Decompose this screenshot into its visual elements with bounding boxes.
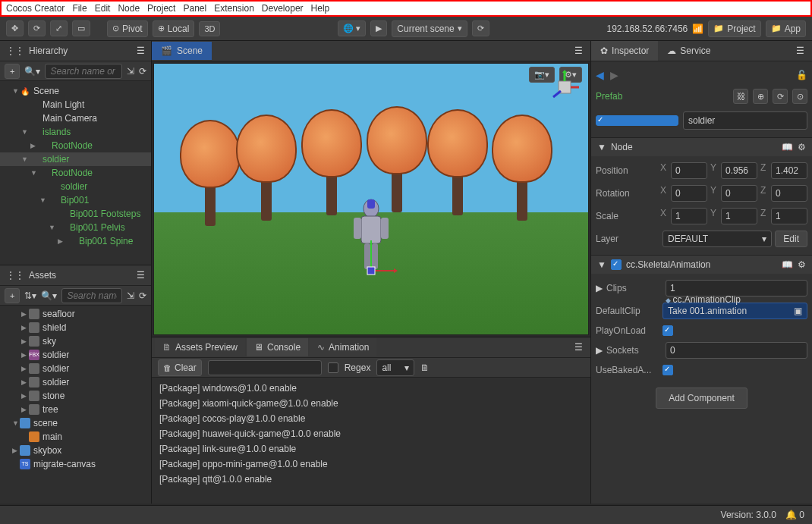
refresh-icon[interactable]: ⟳	[139, 290, 146, 301]
scene-tab[interactable]: 🎬 Scene	[152, 42, 212, 60]
help-icon[interactable]: 📖	[782, 142, 793, 152]
apply-icon[interactable]: ⊙	[792, 89, 807, 104]
console-filter[interactable]	[208, 360, 322, 375]
rect-tool-icon[interactable]: ▭	[72, 20, 90, 36]
menu-cocos-creator[interactable]: Cocos Creator	[6, 3, 65, 14]
collapse-icon[interactable]: ⇲	[127, 66, 134, 77]
add-component-button[interactable]: Add Component	[656, 388, 747, 409]
hierarchy-item[interactable]: ▼Bip001 Pelvis	[0, 221, 151, 234]
nav-back-icon[interactable]: ◀	[596, 69, 604, 81]
asset-item[interactable]: TSmigrate-canvas	[0, 457, 151, 471]
menu-file[interactable]: File	[72, 3, 87, 14]
inspector-menu-icon[interactable]: ☰	[788, 41, 812, 61]
playonload-checkbox[interactable]	[663, 325, 673, 336]
hierarchy-item[interactable]: ▶RootNode	[0, 139, 151, 152]
asset-item[interactable]: ▶soldier	[0, 362, 151, 375]
collapse-icon[interactable]: ⇲	[127, 290, 134, 301]
scene-panel-menu-icon[interactable]: ☰	[567, 45, 590, 56]
rotation-x[interactable]	[671, 185, 707, 202]
panel-grip-icon[interactable]: ⋮⋮	[6, 270, 24, 281]
hierarchy-item[interactable]: ▶Bip001 Spine	[0, 234, 151, 248]
scene-viewport[interactable]: 📷▾ ⚙▾	[153, 63, 589, 335]
position-x[interactable]	[671, 162, 707, 179]
menu-node[interactable]: Node	[118, 3, 140, 14]
rotate-tool-icon[interactable]: ⟳	[28, 20, 46, 36]
service-tab[interactable]: ☁ Service	[658, 41, 719, 61]
gear-icon[interactable]: ⚙	[798, 142, 806, 152]
unlink-icon[interactable]: ⛓	[733, 89, 748, 104]
position-y[interactable]	[721, 162, 757, 179]
asset-item[interactable]: main	[0, 430, 151, 444]
asset-item[interactable]: ▶sky	[0, 334, 151, 348]
asset-item[interactable]: ▶shield	[0, 321, 151, 334]
inspector-tab[interactable]: ✿ Inspector	[591, 41, 658, 61]
layer-select[interactable]: DEFAULT▾	[663, 231, 772, 247]
hierarchy-item[interactable]: Main Light	[0, 98, 151, 111]
hierarchy-item[interactable]: soldier	[0, 180, 151, 193]
node-name-input[interactable]	[683, 111, 807, 130]
local-button[interactable]: ⊕ Local	[153, 20, 195, 37]
hierarchy-item[interactable]: ▼islands	[0, 125, 151, 139]
hierarchy-item[interactable]: ▼🔥Scene	[0, 84, 151, 98]
menubar[interactable]: Cocos CreatorFileEditNodeProjectPanelExt…	[0, 0, 812, 17]
sort-icon[interactable]: ⇅▾	[24, 290, 36, 301]
pivot-button[interactable]: ⊙ Pivot	[107, 20, 148, 37]
defaultclip-field[interactable]: Take 001.animation▣	[663, 303, 807, 319]
rotation-z[interactable]	[771, 185, 807, 202]
hierarchy-item[interactable]: Bip001 Footsteps	[0, 207, 151, 221]
regex-checkbox[interactable]	[328, 362, 338, 373]
node-active-checkbox[interactable]	[596, 115, 678, 126]
assets-search[interactable]	[61, 288, 122, 303]
nav-forward-icon[interactable]: ▶	[610, 69, 618, 81]
soldier-model[interactable]	[345, 195, 398, 286]
refresh-icon[interactable]: ⟳	[139, 66, 146, 77]
asset-item[interactable]: ▼scene	[0, 416, 151, 430]
bottom-panel-menu-icon[interactable]: ☰	[567, 342, 590, 353]
hierarchy-item[interactable]: Main Camera	[0, 111, 151, 125]
position-z[interactable]	[771, 162, 807, 179]
assets-menu-icon[interactable]: ☰	[137, 270, 145, 281]
hierarchy-item[interactable]: ▼RootNode	[0, 166, 151, 180]
move-tool-icon[interactable]: ✥	[6, 20, 24, 36]
scale-x[interactable]	[671, 208, 707, 224]
asset-item[interactable]: ▶seafloor	[0, 307, 151, 321]
scale-tool-icon[interactable]: ⤢	[50, 20, 68, 36]
project-button[interactable]: 📁 Project	[708, 20, 760, 37]
assets-preview-tab[interactable]: 🗎 Assets Preview	[155, 338, 245, 356]
menu-developer[interactable]: Developer	[262, 3, 304, 14]
menu-project[interactable]: Project	[147, 3, 175, 14]
console-tab[interactable]: 🖥 Console	[247, 338, 308, 356]
lock-icon[interactable]: 🔓	[796, 70, 807, 80]
asset-item[interactable]: ▶stone	[0, 389, 151, 403]
revert-icon[interactable]: ⟳	[773, 89, 788, 104]
clear-button[interactable]: 🗑 Clear	[158, 359, 202, 376]
menu-panel[interactable]: Panel	[183, 3, 206, 14]
search-icon[interactable]: 🔍▾	[41, 290, 57, 301]
add-node-button[interactable]: +	[5, 64, 20, 79]
play-button[interactable]: ▶	[370, 20, 387, 36]
panel-grip-icon[interactable]: ⋮⋮	[6, 45, 24, 56]
app-button[interactable]: 📁 App	[766, 20, 806, 37]
log-level-select[interactable]: all▾	[376, 359, 414, 376]
hierarchy-tree[interactable]: ▼🔥SceneMain LightMain Camera▼islands▶Roo…	[0, 81, 151, 265]
hierarchy-menu-icon[interactable]: ☰	[137, 45, 145, 56]
hierarchy-item[interactable]: ▼soldier	[0, 152, 151, 166]
file-icon[interactable]: 🗎	[420, 362, 430, 373]
scale-z[interactable]	[771, 208, 807, 224]
refresh-button[interactable]: ⟳	[472, 20, 489, 36]
menu-extension[interactable]: Extension	[214, 3, 254, 14]
scene-select[interactable]: Current scene ▾	[392, 20, 467, 37]
menu-help[interactable]: Help	[311, 3, 330, 14]
console-output[interactable]: [Package] windows@1.0.0 enable[Package] …	[152, 378, 590, 504]
component-section-header[interactable]: ▼ cc.SkeletalAnimation 📖 ⚙	[591, 255, 812, 274]
asset-item[interactable]: ▶FBXsoldier	[0, 348, 151, 362]
rotation-y[interactable]	[721, 185, 757, 202]
hierarchy-item[interactable]: ▼Bip001	[0, 193, 151, 207]
globe-icon[interactable]: 🌐 ▾	[338, 20, 366, 36]
usebaked-checkbox[interactable]	[663, 365, 673, 375]
gear-icon[interactable]: ⚙	[798, 259, 806, 270]
notification-icon[interactable]: 🔔 0	[785, 510, 804, 520]
assets-tree[interactable]: ▶seafloor▶shield▶sky▶FBXsoldier▶soldier▶…	[0, 306, 151, 504]
scale-y[interactable]	[721, 208, 757, 224]
component-active-checkbox[interactable]	[611, 259, 622, 270]
